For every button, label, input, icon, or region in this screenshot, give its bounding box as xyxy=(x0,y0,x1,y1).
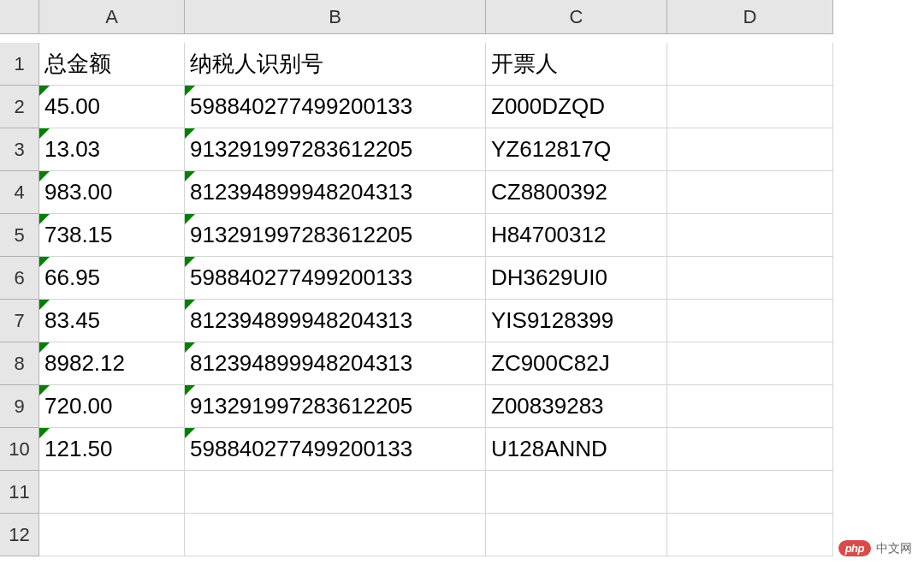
cell-b3[interactable]: 913291997283612205 xyxy=(185,128,486,171)
cell-a4[interactable]: 983.00 xyxy=(39,171,185,214)
col-header-a[interactable]: A xyxy=(39,0,185,34)
col-header-d[interactable]: D xyxy=(667,0,833,34)
cell-d12[interactable] xyxy=(667,514,833,556)
cell-a1[interactable]: 总金额 xyxy=(39,43,185,86)
cell-a8[interactable]: 8982.12 xyxy=(39,342,185,385)
cell-c12[interactable] xyxy=(486,514,667,556)
cell-c1[interactable]: 开票人 xyxy=(486,43,667,86)
cell-b2[interactable]: 598840277499200133 xyxy=(185,86,486,128)
cell-a9[interactable]: 720.00 xyxy=(39,385,185,428)
col-header-b[interactable]: B xyxy=(185,0,486,34)
row-header-10[interactable]: 10 xyxy=(0,428,39,471)
row-header-9[interactable]: 9 xyxy=(0,385,39,428)
row-header-4[interactable]: 4 xyxy=(0,171,39,214)
row-header-5[interactable]: 5 xyxy=(0,214,39,257)
cell-c3[interactable]: YZ612817Q xyxy=(486,128,667,171)
row-header-1[interactable]: 1 xyxy=(0,43,39,86)
row-header-8[interactable]: 8 xyxy=(0,342,39,385)
cell-b6[interactable]: 598840277499200133 xyxy=(185,257,486,300)
row-header-7[interactable]: 7 xyxy=(0,300,39,342)
cell-a3[interactable]: 13.03 xyxy=(39,128,185,171)
watermark-text: 中文网 xyxy=(876,541,912,556)
cell-d11[interactable] xyxy=(667,471,833,514)
cell-a7[interactable]: 83.45 xyxy=(39,300,185,342)
cell-c7[interactable]: YIS9128399 xyxy=(486,300,667,342)
spreadsheet-grid: A B C D 1 总金额 纳税人识别号 开票人 2 45.00 5988402… xyxy=(0,0,924,556)
cell-c6[interactable]: DH3629UI0 xyxy=(486,257,667,300)
row-header-3[interactable]: 3 xyxy=(0,128,39,171)
row-header-12[interactable]: 12 xyxy=(0,514,39,556)
cell-a2[interactable]: 45.00 xyxy=(39,86,185,128)
watermark-badge: php xyxy=(838,540,871,556)
cell-b1[interactable]: 纳税人识别号 xyxy=(185,43,486,86)
cell-b12[interactable] xyxy=(185,514,486,556)
cell-b7[interactable]: 812394899948204313 xyxy=(185,300,486,342)
cell-d3[interactable] xyxy=(667,128,833,171)
cell-b11[interactable] xyxy=(185,471,486,514)
cell-c11[interactable] xyxy=(486,471,667,514)
cell-c8[interactable]: ZC900C82J xyxy=(486,342,667,385)
cell-b10[interactable]: 598840277499200133 xyxy=(185,428,486,471)
row-header-11[interactable]: 11 xyxy=(0,471,39,514)
cell-d2[interactable] xyxy=(667,86,833,128)
cell-d4[interactable] xyxy=(667,171,833,214)
cell-b8[interactable]: 812394899948204313 xyxy=(185,342,486,385)
cell-d6[interactable] xyxy=(667,257,833,300)
cell-b4[interactable]: 812394899948204313 xyxy=(185,171,486,214)
cell-d10[interactable] xyxy=(667,428,833,471)
cell-a12[interactable] xyxy=(39,514,185,556)
corner-cell[interactable] xyxy=(0,0,39,34)
watermark: php 中文网 xyxy=(838,540,912,556)
cell-d5[interactable] xyxy=(667,214,833,257)
cell-a6[interactable]: 66.95 xyxy=(39,257,185,300)
cell-a5[interactable]: 738.15 xyxy=(39,214,185,257)
cell-c4[interactable]: CZ8800392 xyxy=(486,171,667,214)
cell-c9[interactable]: Z00839283 xyxy=(486,385,667,428)
cell-b9[interactable]: 913291997283612205 xyxy=(185,385,486,428)
col-header-c[interactable]: C xyxy=(486,0,667,34)
cell-b5[interactable]: 913291997283612205 xyxy=(185,214,486,257)
cell-c2[interactable]: Z000DZQD xyxy=(486,86,667,128)
cell-c10[interactable]: U128ANND xyxy=(486,428,667,471)
cell-a10[interactable]: 121.50 xyxy=(39,428,185,471)
cell-d8[interactable] xyxy=(667,342,833,385)
row-header-2[interactable]: 2 xyxy=(0,86,39,128)
cell-d7[interactable] xyxy=(667,300,833,342)
cell-a11[interactable] xyxy=(39,471,185,514)
row-header-6[interactable]: 6 xyxy=(0,257,39,300)
cell-d1[interactable] xyxy=(667,43,833,86)
cell-d9[interactable] xyxy=(667,385,833,428)
cell-c5[interactable]: H84700312 xyxy=(486,214,667,257)
